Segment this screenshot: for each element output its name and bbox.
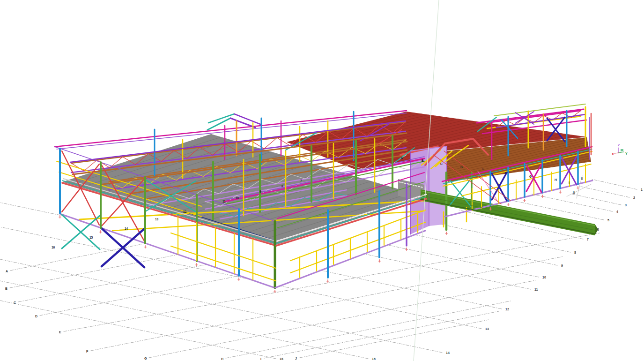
svg-text:8: 8 bbox=[281, 184, 283, 188]
svg-text:D: D bbox=[35, 315, 37, 318]
model-viewport[interactable]: ABCDLFG78910111213141516 ABCDEFGHIJ12345… bbox=[0, 0, 644, 361]
svg-text:15: 15 bbox=[89, 236, 93, 239]
svg-text:14: 14 bbox=[446, 351, 450, 354]
svg-text:11: 11 bbox=[534, 288, 538, 291]
svg-text:4: 4 bbox=[616, 210, 618, 213]
svg-text:16: 16 bbox=[280, 357, 283, 361]
svg-text:X: X bbox=[612, 152, 614, 156]
svg-text:12: 12 bbox=[183, 210, 187, 213]
svg-text:B: B bbox=[422, 159, 424, 162]
svg-text:H: H bbox=[555, 178, 557, 181]
svg-text:J: J bbox=[295, 357, 297, 360]
svg-text:12: 12 bbox=[505, 308, 509, 311]
svg-text:E: E bbox=[59, 331, 61, 334]
svg-text:U: U bbox=[573, 191, 575, 194]
svg-text:Y: Y bbox=[625, 152, 628, 155]
svg-text:10: 10 bbox=[236, 196, 239, 200]
svg-text:U: U bbox=[581, 177, 583, 180]
svg-text:G: G bbox=[144, 357, 147, 360]
svg-text:H: H bbox=[221, 357, 223, 361]
svg-text:I: I bbox=[260, 357, 261, 361]
svg-text:15: 15 bbox=[372, 357, 376, 361]
svg-text:A: A bbox=[6, 270, 8, 273]
svg-text:6: 6 bbox=[597, 228, 599, 231]
svg-text:3: 3 bbox=[625, 203, 627, 207]
svg-text:Z: Z bbox=[618, 143, 620, 147]
svg-text:10: 10 bbox=[542, 276, 546, 279]
svg-text:9: 9 bbox=[259, 190, 261, 193]
svg-text:A: A bbox=[401, 157, 403, 160]
svg-text:7: 7 bbox=[587, 238, 589, 241]
svg-text:5: 5 bbox=[607, 218, 609, 222]
svg-text:1: 1 bbox=[641, 188, 643, 191]
svg-text:11: 11 bbox=[222, 200, 226, 203]
svg-text:16: 16 bbox=[52, 246, 55, 249]
svg-text:13: 13 bbox=[485, 327, 489, 331]
svg-text:7: 7 bbox=[300, 179, 302, 182]
axis-indicator-icon: ZXY bbox=[612, 143, 628, 156]
cad-application-window: ABCDLFG78910111213141516 ABCDEFGHIJ12345… bbox=[0, 0, 644, 361]
svg-text:I: I bbox=[569, 181, 570, 184]
svg-text:D: D bbox=[460, 165, 463, 169]
svg-text:9: 9 bbox=[561, 264, 563, 267]
svg-text:L: L bbox=[482, 167, 484, 171]
svg-text:C: C bbox=[14, 301, 16, 304]
svg-text:F: F bbox=[86, 350, 89, 353]
svg-text:2: 2 bbox=[633, 196, 635, 199]
svg-text:F: F bbox=[505, 172, 507, 175]
svg-text:14: 14 bbox=[125, 227, 128, 230]
svg-text:B: B bbox=[5, 287, 7, 290]
svg-text:G: G bbox=[529, 175, 532, 178]
svg-text:13: 13 bbox=[155, 218, 159, 221]
svg-text:8: 8 bbox=[574, 251, 576, 254]
svg-text:C: C bbox=[440, 162, 443, 165]
